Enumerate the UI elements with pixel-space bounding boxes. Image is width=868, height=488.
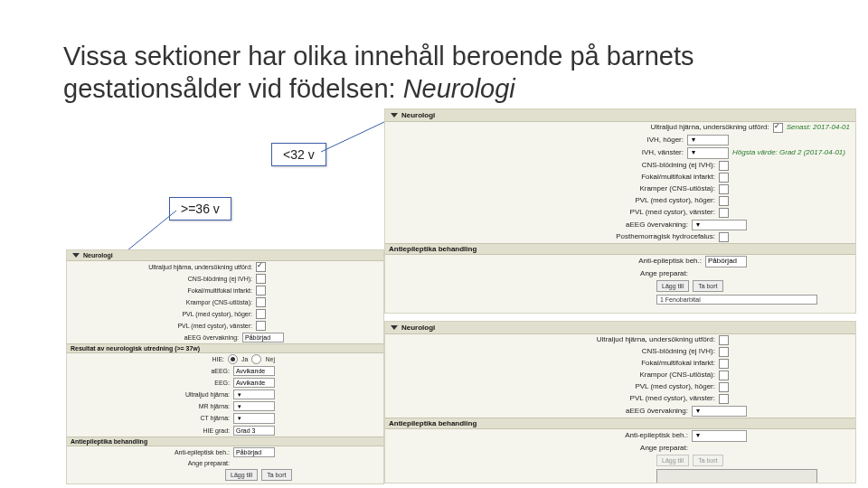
checkbox-kramper[interactable] [256,297,266,307]
checkbox-fokal[interactable] [256,286,266,296]
panel-32-35: Neurologi Ultraljud hjärna, undersökning… [384,321,856,483]
panel-lt32: Neurologi Ultraljud hjärna, undersökning… [384,108,856,314]
add-button[interactable]: Lägg till [656,455,689,466]
subheader-antiepileptika: Antiepileptika behandling [385,243,855,255]
select-abeh[interactable]: ▾ [692,430,747,441]
select-ivh-left[interactable]: ▾ [687,147,729,158]
select-abeh[interactable]: Påbörjad [233,447,275,457]
checkbox-pvl-left[interactable] [719,208,729,218]
select-aeeg[interactable]: ▾ [692,406,747,417]
callout-ge36: >=36 v [169,197,231,221]
list-item: 1 Fenobarbital [660,296,701,303]
subheader-antiepileptika: Antiepileptika behandling [385,418,855,429]
checkbox-ultrasound[interactable] [719,335,729,345]
select-aeeg[interactable]: ▾ [692,220,747,230]
add-button[interactable]: Lägg till [225,469,258,481]
subheader-result: Resultat av neurologisk utredning (>= 37… [67,343,383,353]
panel-ge36: Neurologi Ultraljud hjärna, undersökning… [66,249,384,484]
select-aeeg2[interactable]: Avvikande [233,366,275,376]
svg-line-0 [321,122,384,152]
checkbox-cns[interactable] [719,347,729,357]
checkbox-fokal[interactable] [719,173,729,183]
select-eeg[interactable]: Avvikande [233,378,275,388]
radio-hie-yes[interactable] [228,354,238,364]
select-ct[interactable]: ▾ [233,413,275,423]
drug-listbox[interactable]: 1 Fenobarbital [656,295,817,305]
panel-header: Neurologi [385,109,855,122]
panel-header: Neurologi [67,250,383,261]
checkbox-pvl-left[interactable] [256,321,266,331]
delete-button[interactable]: Ta bort [261,469,291,481]
checkbox-ultrasound[interactable] [773,123,783,133]
checkbox-pvl-right[interactable] [256,309,266,319]
select-abeh[interactable]: Påbörjad [705,256,747,267]
select-ivh-right[interactable]: ▾ [687,135,729,145]
delete-button[interactable]: Ta bort [693,455,722,466]
callout-lt32: <32 v [271,143,326,166]
value-ivh-left: Högsta värde: Grad 2 (2017-04-01) [732,148,850,157]
collapse-icon[interactable] [72,253,80,258]
checkbox-pvl-right[interactable] [719,382,729,392]
checkbox-kramper[interactable] [719,184,729,194]
select-hiegrad[interactable]: Grad 3 [233,426,275,436]
checkbox-pih[interactable] [719,232,729,242]
title-italic: Neurologi [403,74,515,103]
drug-listbox[interactable] [656,469,817,483]
select-ul[interactable]: ▾ [233,389,275,399]
drug-listbox[interactable]: 3 Midazolam [225,483,368,484]
value-ultrasound-date: Senast: 2017-04-01 [787,123,850,132]
collapse-icon[interactable] [391,113,398,117]
checkbox-pvl-left[interactable] [719,394,729,404]
row-ultrasound: Ultraljud hjärna, undersökning utförd:Se… [385,122,855,134]
checkbox-ultrasound[interactable] [256,262,266,272]
delete-button[interactable]: Ta bort [693,280,722,292]
add-button[interactable]: Lägg till [656,280,689,292]
collapse-icon[interactable] [391,325,398,330]
checkbox-cns[interactable] [719,161,729,171]
checkbox-fokal[interactable] [719,359,729,369]
checkbox-cns[interactable] [256,274,266,284]
slide-title: Vissa sektioner har olika innehåll beroe… [63,40,805,106]
panel-header-text: Neurologi [401,111,435,119]
checkbox-pvl-right[interactable] [719,196,729,206]
checkbox-kramper[interactable] [719,371,729,380]
radio-hie-no[interactable] [251,354,261,364]
subheader-antiepileptika: Antiepileptika behandling [67,436,383,446]
panel-header: Neurologi [385,322,855,334]
select-aeeg[interactable]: Påbörjad [242,333,284,343]
select-mr[interactable]: ▾ [233,401,275,411]
title-text: Vissa sektioner har olika innehåll beroe… [63,42,694,103]
